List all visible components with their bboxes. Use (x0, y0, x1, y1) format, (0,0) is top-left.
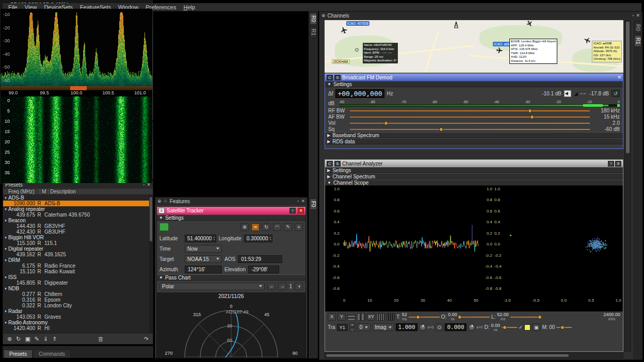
squelch-slider[interactable] (350, 126, 590, 132)
preset-list[interactable]: ▾ADS-B1090.000RADS-B▾Analog repeater439.… (3, 195, 153, 333)
length-slider[interactable] (510, 314, 541, 320)
theme-toggle-icon[interactable]: ◑ (295, 283, 303, 290)
adsb-map[interactable]: ICAO: 407536 ICAO: a6819 ⊙ Name: HEATHRO… (325, 20, 623, 73)
dish-icon[interactable]: ◠ (273, 223, 281, 231)
help-icon[interactable]: ? (289, 208, 296, 213)
trace-color-swatch[interactable] (524, 324, 530, 331)
preset-item[interactable]: 1090.000RADS-B (3, 201, 153, 206)
preset-group[interactable]: ▾Beacon (3, 218, 153, 223)
preset-item[interactable]: 6.175RRadio France (3, 263, 153, 269)
preset-group[interactable]: ▾NDB (3, 286, 153, 291)
settings-section[interactable]: ▼ Settings (157, 215, 305, 221)
tab-presets[interactable]: Presets (4, 350, 33, 358)
preset-item[interactable]: 439.675RCaterham 439.6750 (3, 212, 153, 218)
horizontal-scrollbar[interactable] (325, 353, 623, 358)
preset-group[interactable]: ▾Radar (3, 308, 153, 314)
delta-f-display[interactable]: +00,000,000 (335, 89, 384, 98)
preset-group[interactable]: ▾DRM (3, 257, 153, 263)
tab-r0-vertical[interactable]: R0 (310, 13, 317, 25)
save-preset-icon[interactable]: ▣ (25, 336, 30, 342)
close-icon[interactable]: ✕ (301, 199, 305, 204)
column-freq[interactable]: Freq (MHz) (3, 189, 40, 194)
waterfall[interactable]: 05101520253035 (1, 96, 152, 183)
volume-slider[interactable] (350, 120, 590, 126)
spectrum-plot[interactable]: -10-20-30-40-50-60 (1, 9, 152, 86)
tab-r0-vertical[interactable]: R0 (634, 22, 641, 34)
minimize-icon[interactable]: ▫ (143, 183, 144, 187)
aircraft-icon[interactable] (495, 46, 503, 54)
close-icon[interactable]: ✕ (617, 75, 621, 80)
tab-r1-vertical[interactable]: R1 (310, 26, 317, 38)
ndb-symbol[interactable]: ⊙ (355, 47, 359, 53)
star-icon[interactable]: ☆ (164, 199, 168, 204)
baseband-spectrum-section[interactable]: ▶ Baseband Spectrum (325, 132, 623, 138)
tab-r1-vertical[interactable]: R1 (634, 35, 641, 47)
waterfall-canvas[interactable] (1, 96, 152, 183)
channel-spectrum-section[interactable]: ▶ Channel Spectrum (325, 173, 623, 179)
load-preset-icon[interactable]: ↷ (144, 336, 149, 342)
channel-marker[interactable] (70, 86, 87, 90)
waypoint-label[interactable]: OCKHAM (332, 59, 350, 64)
preset-item[interactable]: 1420.400RHI (3, 325, 153, 331)
airport-info-label[interactable]: EGKB: London Biggin Hill AirportAPP: 129… (509, 39, 557, 64)
xy-display-button[interactable]: XY (367, 313, 375, 321)
vertical-scrollbar[interactable] (624, 20, 631, 352)
aircraft-info-label[interactable]: ICAO: ad33BAircraft: PA-31-310Altitude: … (592, 41, 622, 62)
af-bw-slider[interactable] (350, 114, 590, 120)
channel-s-button[interactable]: S (334, 75, 341, 80)
loop-icon[interactable]: ↺ (611, 90, 620, 97)
close-icon[interactable]: ✕ (636, 13, 640, 18)
features-titlebar[interactable]: ⊕ ☆ Features ▫ ✕ (155, 198, 307, 205)
satellite-tracker-titlebar[interactable]: ≡ Satellite Tracker ? ✕ (157, 207, 305, 215)
icao-tag[interactable]: ICAO: 407536 (346, 21, 369, 26)
grid-intensity-icon[interactable] (387, 313, 395, 321)
amplitude-knob[interactable] (419, 324, 426, 331)
channel-c-button[interactable]: C (327, 161, 333, 167)
minimize-icon[interactable]: ▫ (297, 199, 299, 204)
trace-offset-knob[interactable] (468, 324, 475, 331)
trace-number-combo[interactable]: 0 (357, 323, 371, 331)
preset-item[interactable]: 432.430RGB3UHF (3, 229, 153, 235)
target-combo[interactable]: NOAA 15 (185, 255, 222, 263)
preset-item[interactable]: 0.277RChiltern (3, 291, 153, 297)
tab-f0-vertical[interactable]: F0 (310, 199, 317, 210)
menu-help[interactable]: Help (180, 4, 199, 10)
memory-slider[interactable] (556, 324, 572, 330)
preset-item[interactable]: 144.430RGB3VHF (3, 223, 153, 229)
channel-analyzer-titlebar[interactable]: C S Channel Analyzer ? ✕ (325, 160, 623, 167)
grid-icon[interactable] (377, 313, 385, 321)
scrollbar-thumb[interactable] (326, 354, 569, 357)
y-display-button[interactable]: Y (337, 313, 346, 321)
tab-commands[interactable]: Commands (33, 350, 71, 358)
link-icon[interactable]: ∞ (251, 223, 260, 231)
find-target-icon[interactable]: ⊕ (240, 223, 249, 231)
preset-group[interactable]: ▾Digital repeater (3, 246, 153, 252)
rds-data-section[interactable]: ▶ RDS data (325, 138, 623, 144)
feature-icon[interactable]: ≡ (158, 208, 165, 213)
vertical-split-icon[interactable] (357, 313, 365, 321)
trace-visible-check[interactable]: ✓ (519, 324, 523, 330)
memory-save-icon[interactable]: ▣ (532, 323, 540, 331)
next-pass-button[interactable]: → (278, 283, 286, 290)
chart-mode-combo[interactable]: Polar (159, 283, 265, 290)
pass-chart-section[interactable]: ▼ Pass Chart (157, 274, 305, 281)
update-preset-icon[interactable]: ↻ (16, 336, 21, 342)
frequency-scale[interactable] (1, 86, 152, 90)
trace-offset-display[interactable]: 0.000 (445, 323, 466, 331)
preset-item[interactable]: 0.322RLondon City (3, 303, 153, 308)
offset-button[interactable]: O (435, 323, 443, 331)
close-icon[interactable]: ✕ (147, 183, 151, 187)
edit-preset-icon[interactable]: ✎ (35, 336, 39, 342)
horizontal-split-icon[interactable] (347, 313, 356, 321)
x-display-button[interactable]: X (328, 313, 336, 321)
ndb-info-label[interactable]: Name: HEATHROWFrequency: 316.0 kHzIdent:… (363, 43, 398, 63)
add-channel-icon[interactable]: ⊕ (321, 13, 326, 18)
import-preset-icon[interactable]: ⇓ (43, 336, 48, 342)
longitude-field[interactable]: 0.300000▴▾ (244, 235, 272, 242)
preset-group[interactable]: ▾Radio Astronomy (3, 320, 153, 325)
amplitude-display[interactable]: 1.000 (396, 323, 417, 331)
latitude-field[interactable]: 51.400000▴▾ (185, 235, 216, 242)
delete-preset-icon[interactable] (98, 336, 103, 342)
export-preset-icon[interactable]: ⇑ (52, 336, 57, 342)
preset-item[interactable]: 115.100R115.1 (3, 240, 153, 246)
